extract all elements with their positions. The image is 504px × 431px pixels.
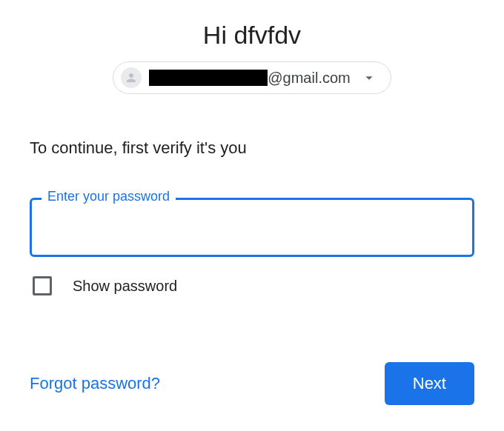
show-password-label: Show password xyxy=(73,278,177,295)
email-domain: @gmail.com xyxy=(268,70,350,87)
chevron-down-icon xyxy=(361,70,377,86)
password-field-wrap: Enter your password xyxy=(30,198,474,257)
show-password-toggle[interactable]: Show password xyxy=(30,276,474,295)
show-password-checkbox[interactable] xyxy=(33,276,52,295)
email-display: @gmail.com xyxy=(149,70,350,87)
avatar xyxy=(121,67,142,88)
password-input[interactable] xyxy=(30,198,474,257)
next-button[interactable]: Next xyxy=(385,362,474,405)
user-icon xyxy=(125,71,138,84)
forgot-password-link[interactable]: Forgot password? xyxy=(30,374,160,393)
instruction-text: To continue, first verify it's you xyxy=(30,138,474,158)
greeting-heading: Hi dfvfdv xyxy=(30,21,474,50)
footer-actions: Forgot password? Next xyxy=(30,362,474,405)
email-redacted xyxy=(149,70,268,86)
password-label: Enter your password xyxy=(42,189,176,204)
account-selector-chip[interactable]: @gmail.com xyxy=(113,61,391,94)
